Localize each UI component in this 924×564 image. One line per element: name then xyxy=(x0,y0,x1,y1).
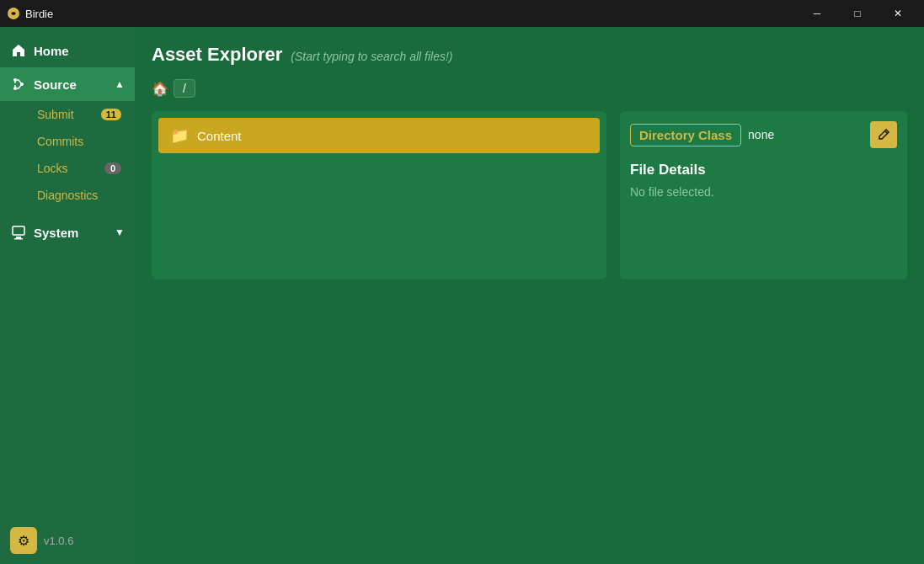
edit-icon xyxy=(877,128,890,141)
sidebar-item-locks[interactable]: Locks 0 xyxy=(0,155,135,182)
titlebar-controls: ─ □ ✕ xyxy=(798,0,917,27)
sidebar-sub-items: Submit 11 Commits Locks 0 Diagnostics xyxy=(0,101,135,209)
source-icon xyxy=(10,76,27,93)
svg-rect-5 xyxy=(16,237,21,238)
content-area: 📁 Content Directory Class none xyxy=(152,111,907,279)
file-details-section: File Details No file selected. xyxy=(630,162,897,199)
page-title: Asset Explorer xyxy=(152,44,282,66)
app-title: Birdie xyxy=(25,8,53,20)
svg-rect-6 xyxy=(14,238,23,240)
source-chevron-icon: ▲ xyxy=(115,78,125,90)
sidebar-bottom: ⚙ v1.0.6 xyxy=(0,517,135,564)
details-panel: Directory Class none File Details No fil… xyxy=(620,111,907,279)
directory-class-label: Directory Class xyxy=(630,124,741,146)
sidebar-item-diagnostics[interactable]: Diagnostics xyxy=(0,182,135,209)
file-item-name: Content xyxy=(197,129,242,143)
sidebar-source-label: Source xyxy=(34,77,77,92)
directory-class-row: Directory Class none xyxy=(630,121,897,148)
svg-point-2 xyxy=(13,87,17,90)
sidebar-item-system[interactable]: System ▼ xyxy=(0,215,135,249)
submit-badge: 11 xyxy=(101,109,121,120)
folder-icon: 📁 xyxy=(170,126,189,145)
sidebar-home-label: Home xyxy=(34,44,69,58)
app-body: Home Source ▲ Submit 11 Commits xyxy=(0,27,924,564)
page-title-area: Asset Explorer (Start typing to search a… xyxy=(152,44,907,66)
sidebar-item-commits[interactable]: Commits xyxy=(0,128,135,155)
file-item-content[interactable]: 📁 Content xyxy=(158,118,600,153)
svg-rect-4 xyxy=(13,226,24,235)
titlebar: Birdie ─ □ ✕ xyxy=(0,0,924,27)
settings-button[interactable]: ⚙ xyxy=(10,527,37,554)
close-button[interactable]: ✕ xyxy=(879,0,917,27)
directory-class-value: none xyxy=(748,128,863,141)
sidebar-item-home[interactable]: Home xyxy=(0,34,135,67)
breadcrumb-path[interactable]: / xyxy=(174,79,195,98)
maximize-button[interactable]: □ xyxy=(838,0,877,27)
sidebar-item-source[interactable]: Source ▲ xyxy=(0,67,135,101)
commits-label: Commits xyxy=(37,135,83,148)
breadcrumb-home-icon[interactable]: 🏠 xyxy=(152,81,168,97)
system-chevron-icon: ▼ xyxy=(115,226,125,238)
sidebar-system-label: System xyxy=(34,226,78,240)
diagnostics-label: Diagnostics xyxy=(37,189,98,202)
system-icon xyxy=(10,224,27,241)
titlebar-left: Birdie xyxy=(7,7,53,20)
directory-class-edit-button[interactable] xyxy=(870,121,897,148)
version-label: v1.0.6 xyxy=(44,535,73,547)
sidebar: Home Source ▲ Submit 11 Commits xyxy=(0,27,135,564)
file-details-empty: No file selected. xyxy=(630,185,897,199)
svg-point-1 xyxy=(13,78,17,82)
home-icon xyxy=(10,42,27,59)
file-panel: 📁 Content xyxy=(152,111,606,279)
page-subtitle: (Start typing to search all files!) xyxy=(291,50,452,63)
sidebar-item-submit[interactable]: Submit 11 xyxy=(0,101,135,128)
app-icon xyxy=(7,7,20,20)
locks-badge: 0 xyxy=(104,162,121,174)
breadcrumb: 🏠 / xyxy=(152,79,907,98)
minimize-button[interactable]: ─ xyxy=(798,0,836,27)
file-details-title: File Details xyxy=(630,162,897,178)
locks-label: Locks xyxy=(37,162,68,175)
main-content: Asset Explorer (Start typing to search a… xyxy=(135,27,924,564)
submit-label: Submit xyxy=(37,108,74,121)
